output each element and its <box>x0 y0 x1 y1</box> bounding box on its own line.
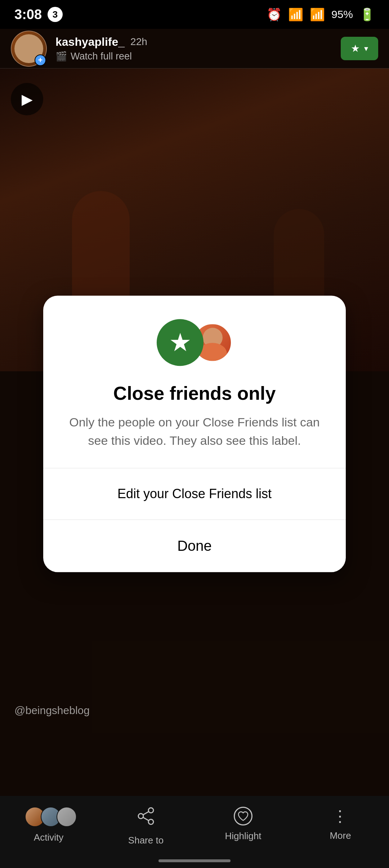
watch-full-reel[interactable]: 🎬 Watch full reel <box>55 51 341 62</box>
star-icon: ★ <box>351 43 360 54</box>
activity-avatar-3 <box>57 807 77 827</box>
activity-avatars <box>25 807 72 827</box>
modal-body: ★ Close friends only Only the people on … <box>43 296 346 450</box>
close-friends-green-icon: ★ <box>157 319 204 366</box>
notification-badge: 3 <box>48 7 63 22</box>
video-play-icon: ▶ <box>11 83 43 115</box>
watch-label: Watch full reel <box>71 51 132 62</box>
more-icon: ⋮ <box>332 807 349 825</box>
close-friends-modal: ★ Close friends only Only the people on … <box>43 296 346 572</box>
share-icon <box>137 807 155 830</box>
share-to-tab[interactable]: Share to <box>117 807 175 846</box>
highlight-label: Highlight <box>225 831 261 842</box>
modal-icons: ★ <box>65 317 324 368</box>
edit-close-friends-button[interactable]: Edit your Close Friends list <box>43 469 346 520</box>
add-follow-badge[interactable]: + <box>35 54 46 66</box>
svg-line-3 <box>143 812 148 815</box>
home-indicator <box>158 859 231 862</box>
status-left: 3:08 3 <box>14 7 63 22</box>
wifi-icon: 📶 <box>288 7 303 22</box>
post-info: kashyaplife_ 22h 🎬 Watch full reel <box>55 35 341 62</box>
bottom-bar: Activity Share to Highlight ⋮ More <box>0 796 389 868</box>
share-to-label: Share to <box>128 835 164 846</box>
activity-tab[interactable]: Activity <box>20 807 77 843</box>
battery-icon: 🔋 <box>359 7 375 22</box>
svg-point-0 <box>148 808 153 813</box>
close-friends-button[interactable]: ★ ▾ <box>341 37 378 60</box>
alarm-icon: ⏰ <box>267 7 282 22</box>
svg-point-2 <box>148 819 153 824</box>
username: kashyaplife_ <box>55 35 125 49</box>
svg-line-4 <box>143 818 148 820</box>
highlight-tab[interactable]: Highlight <box>214 807 272 842</box>
reel-icon: 🎬 <box>55 51 67 62</box>
user-avatar-container: + <box>11 31 47 67</box>
highlight-icon <box>234 807 252 825</box>
modal-title: Close friends only <box>65 382 324 404</box>
battery-percent: 95% <box>331 8 353 21</box>
signal-icon: 📶 <box>310 7 325 22</box>
more-label: More <box>330 830 351 841</box>
status-time: 3:08 <box>14 7 42 22</box>
activity-label: Activity <box>34 832 63 843</box>
post-header: + kashyaplife_ 22h 🎬 Watch full reel ★ ▾ <box>0 29 389 68</box>
chevron-icon: ▾ <box>364 44 368 53</box>
post-caption: @beingsheblog <box>14 704 90 717</box>
post-time: 22h <box>130 36 147 48</box>
status-icons: ⏰ 📶 📶 95% 🔋 <box>267 7 375 22</box>
more-tab[interactable]: ⋮ More <box>312 807 369 841</box>
modal-description: Only the people on your Close Friends li… <box>65 413 324 450</box>
status-bar: 3:08 3 ⏰ 📶 📶 95% 🔋 <box>0 0 389 29</box>
svg-point-1 <box>138 814 143 819</box>
done-button[interactable]: Done <box>43 520 346 572</box>
username-row: kashyaplife_ 22h <box>55 35 341 49</box>
